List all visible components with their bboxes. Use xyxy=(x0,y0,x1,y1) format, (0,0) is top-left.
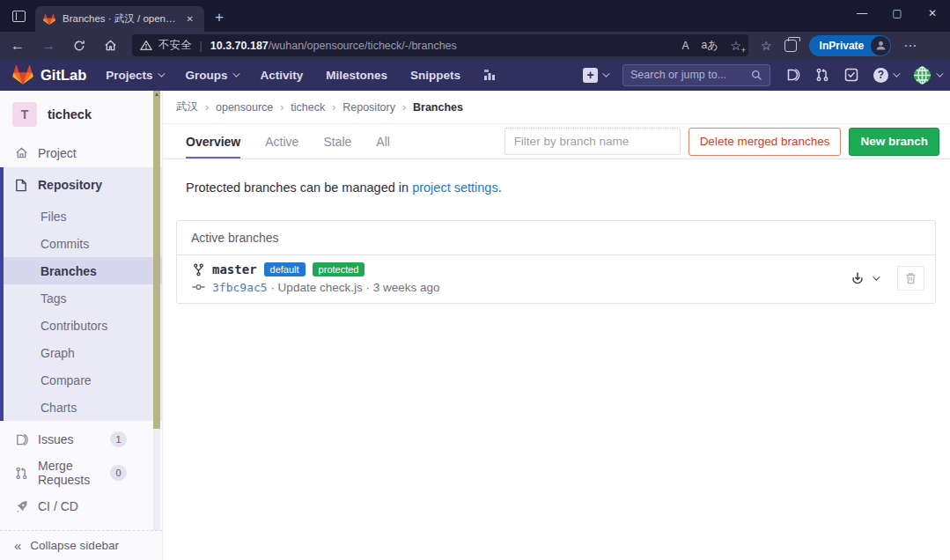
warning-icon xyxy=(139,39,153,53)
search-input[interactable] xyxy=(630,69,751,81)
breadcrumb-group[interactable]: 武汉 xyxy=(176,99,198,114)
project-sidebar: T ticheck Project Repository Files Commi… xyxy=(0,91,163,560)
nav-snippets[interactable]: Snippets xyxy=(410,69,460,82)
gitlab-brand[interactable]: GitLab xyxy=(12,64,86,85)
sidebar-scrollbar[interactable]: ▲ xyxy=(153,91,160,531)
sidebar-item-ci-cd[interactable]: CI / CD xyxy=(0,490,162,523)
rocket-icon xyxy=(14,499,28,513)
delete-branch-button[interactable] xyxy=(897,266,924,291)
branch-row: master default protected 3fbc9ac5 · Upda… xyxy=(177,255,935,303)
inprivate-badge[interactable]: InPrivate xyxy=(809,35,892,56)
sidebar-item-label: Project xyxy=(38,146,77,160)
close-icon[interactable]: ✕ xyxy=(915,0,950,26)
tab-actions-icon[interactable] xyxy=(5,3,32,29)
sidebar-item-charts[interactable]: Charts xyxy=(4,394,162,421)
sidebar-item-compare[interactable]: Compare xyxy=(4,366,162,394)
chevron-down-icon xyxy=(873,273,880,280)
commit-meta: · Update check.js · 3 weeks ago xyxy=(268,281,440,294)
project-settings-link[interactable]: project settings xyxy=(412,181,498,195)
nav-projects[interactable]: Projects xyxy=(106,69,162,82)
sidebar-item-graph[interactable]: Graph xyxy=(4,339,162,366)
sidebar-item-tags[interactable]: Tags xyxy=(4,284,162,312)
branches-toolbar: Overview Active Stale All Delete merged … xyxy=(163,124,950,159)
help-menu[interactable]: ? xyxy=(873,68,898,83)
inprivate-label: InPrivate xyxy=(820,40,865,52)
chevron-down-icon xyxy=(232,70,239,77)
issues-count-badge: 1 xyxy=(110,431,127,447)
sidebar-item-repository[interactable]: Repository xyxy=(4,167,162,203)
sidebar-item-merge-requests[interactable]: Merge Requests 0 xyxy=(0,456,162,490)
protected-badge: protected xyxy=(313,262,365,276)
todos-icon[interactable] xyxy=(844,68,858,82)
tab-overview[interactable]: Overview xyxy=(186,124,240,158)
url-text: 10.3.70.187/wuhan/opensource/ticheck/-/b… xyxy=(210,40,457,52)
nav-activity[interactable]: Activity xyxy=(261,69,304,82)
add-favorite-icon[interactable]: ☆ xyxy=(730,39,741,53)
global-search[interactable] xyxy=(622,64,770,86)
merge-request-icon[interactable] xyxy=(815,68,829,82)
breadcrumb-repository[interactable]: Repository xyxy=(342,101,395,114)
chevron-down-icon xyxy=(602,70,609,77)
minimize-icon[interactable]: — xyxy=(844,0,880,26)
new-menu-button[interactable]: + xyxy=(583,68,608,83)
sidebar-item-contributors[interactable]: Contributors xyxy=(4,312,162,339)
nav-milestones[interactable]: Milestones xyxy=(326,69,387,82)
read-aloud-icon[interactable]: A xyxy=(681,40,689,52)
collections-icon[interactable] xyxy=(784,40,797,52)
main-content: 武汉 › opensource › ticheck › Repository ›… xyxy=(163,91,950,560)
more-options-icon[interactable]: ⋯ xyxy=(903,38,917,54)
refresh-button[interactable] xyxy=(66,34,92,57)
branch-filter-input[interactable] xyxy=(504,128,681,155)
breadcrumb-subgroup[interactable]: opensource xyxy=(216,101,273,114)
home-button[interactable] xyxy=(97,34,123,57)
translate-icon[interactable]: aあ xyxy=(701,38,718,53)
breadcrumb-project[interactable]: ticheck xyxy=(291,101,325,114)
scroll-up-icon[interactable]: ▲ xyxy=(153,92,160,97)
browser-window: Branches · 武汉 / opensource / t ✕ + — ▢ ✕… xyxy=(0,0,950,560)
issues-icon[interactable] xyxy=(785,68,800,82)
sidebar-item-issues[interactable]: Issues 1 xyxy=(0,423,162,456)
collapse-sidebar-button[interactable]: « Collapse sidebar xyxy=(0,530,162,560)
browser-tab[interactable]: Branches · 武汉 / opensource / t ✕ xyxy=(35,6,204,32)
delete-merged-branches-button[interactable]: Delete merged branches xyxy=(689,128,842,156)
forward-button[interactable]: → xyxy=(35,34,62,57)
tab-stale[interactable]: Stale xyxy=(323,124,351,158)
user-menu[interactable] xyxy=(913,66,941,85)
sidebar-item-branches[interactable]: Branches xyxy=(4,257,162,284)
nav-groups[interactable]: Groups xyxy=(186,69,238,82)
project-name: ticheck xyxy=(48,107,92,122)
breadcrumb: 武汉 › opensource › ticheck › Repository ›… xyxy=(163,91,950,124)
gitlab-logo-icon xyxy=(12,64,33,85)
security-label: 不安全 xyxy=(158,38,192,53)
address-bar[interactable]: 不安全 | 10.3.70.187/wuhan/opensource/tiche… xyxy=(132,34,748,56)
profile-avatar-icon[interactable] xyxy=(871,36,890,55)
sidebar-item-label: Issues xyxy=(38,432,73,446)
maximize-icon[interactable]: ▢ xyxy=(880,0,915,26)
sidebar-item-project[interactable]: Project xyxy=(0,138,162,167)
url-host: 10.3.70.187 xyxy=(210,40,269,52)
tab-all[interactable]: All xyxy=(376,124,390,158)
new-branch-button[interactable]: New branch xyxy=(849,128,939,156)
site-security[interactable]: 不安全 xyxy=(139,38,192,53)
gitlab-favicon xyxy=(42,12,56,26)
tab-active[interactable]: Active xyxy=(265,124,298,158)
back-button[interactable]: ← xyxy=(4,34,31,57)
tab-close-icon[interactable]: ✕ xyxy=(183,12,197,26)
commit-sha-link[interactable]: 3fbc9ac5 xyxy=(212,281,268,294)
browser-titlebar: Branches · 武汉 / opensource / t ✕ + — ▢ ✕ xyxy=(0,0,950,32)
favorites-icon[interactable]: ☆ xyxy=(761,39,772,53)
branch-name-link[interactable]: master xyxy=(212,262,257,276)
collapse-label: Collapse sidebar xyxy=(30,539,119,552)
sidebar-item-commits[interactable]: Commits xyxy=(4,230,162,257)
project-header[interactable]: T ticheck xyxy=(0,91,162,138)
scrollbar-thumb[interactable] xyxy=(153,91,160,429)
instance-statistics-icon[interactable] xyxy=(483,69,497,81)
new-tab-button[interactable]: + xyxy=(215,9,224,26)
default-badge: default xyxy=(264,262,306,276)
sidebar-item-files[interactable]: Files xyxy=(4,203,162,230)
address-divider: | xyxy=(200,40,203,52)
toolbar-right: ☆ InPrivate ⋯ xyxy=(761,35,926,56)
download-dropdown[interactable] xyxy=(851,271,878,285)
repository-file-icon xyxy=(14,178,28,192)
gitlab-nav-right: + ? xyxy=(583,64,941,86)
